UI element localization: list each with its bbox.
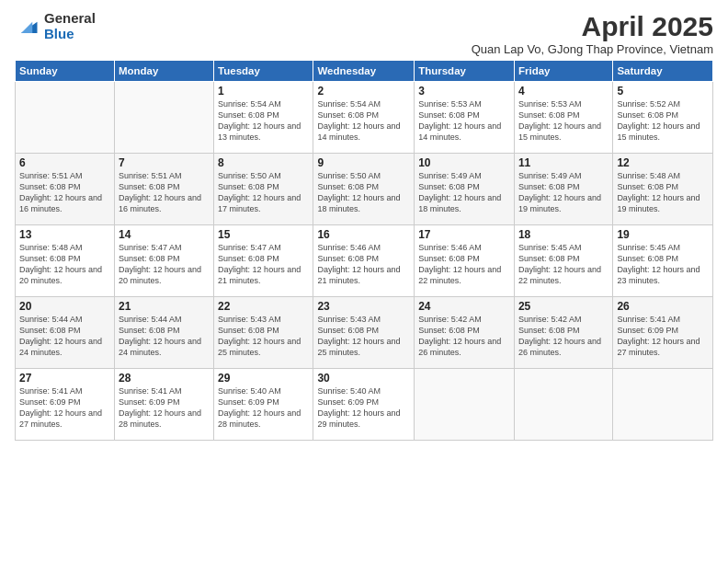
calendar-cell: 19Sunrise: 5:45 AM Sunset: 6:08 PM Dayli… — [613, 225, 713, 297]
day-number: 7 — [119, 156, 210, 169]
calendar-cell: 25Sunrise: 5:42 AM Sunset: 6:08 PM Dayli… — [514, 297, 612, 369]
day-info: Sunrise: 5:50 AM Sunset: 6:08 PM Dayligh… — [218, 170, 309, 215]
calendar-cell: 23Sunrise: 5:43 AM Sunset: 6:08 PM Dayli… — [313, 297, 415, 369]
day-info: Sunrise: 5:45 AM Sunset: 6:08 PM Dayligh… — [617, 242, 709, 287]
calendar-cell: 4Sunrise: 5:53 AM Sunset: 6:08 PM Daylig… — [514, 82, 612, 154]
subtitle: Quan Lap Vo, GJong Thap Province, Vietna… — [472, 42, 713, 56]
svg-marker-1 — [21, 21, 32, 32]
day-info: Sunrise: 5:54 AM Sunset: 6:08 PM Dayligh… — [317, 98, 410, 144]
day-number: 23 — [317, 300, 410, 313]
calendar-week-5: 27Sunrise: 5:41 AM Sunset: 6:09 PM Dayli… — [16, 369, 713, 441]
logo-blue: Blue — [44, 27, 96, 42]
calendar-cell: 20Sunrise: 5:44 AM Sunset: 6:08 PM Dayli… — [16, 297, 115, 369]
calendar-cell: 13Sunrise: 5:48 AM Sunset: 6:08 PM Dayli… — [16, 225, 115, 297]
day-number: 13 — [19, 228, 110, 241]
day-number: 16 — [317, 228, 410, 241]
calendar-week-3: 13Sunrise: 5:48 AM Sunset: 6:08 PM Dayli… — [16, 225, 713, 297]
main-title: April 2025 — [472, 11, 713, 42]
day-info: Sunrise: 5:47 AM Sunset: 6:08 PM Dayligh… — [119, 242, 210, 287]
day-info: Sunrise: 5:42 AM Sunset: 6:08 PM Dayligh… — [418, 314, 510, 359]
day-number: 26 — [617, 300, 709, 313]
calendar-week-1: 1Sunrise: 5:54 AM Sunset: 6:08 PM Daylig… — [16, 82, 713, 154]
day-number: 24 — [418, 300, 510, 313]
day-number: 8 — [218, 156, 309, 169]
day-number: 1 — [218, 85, 309, 98]
header-row: Sunday Monday Tuesday Wednesday Thursday… — [16, 61, 713, 82]
calendar-cell: 18Sunrise: 5:45 AM Sunset: 6:08 PM Dayli… — [514, 225, 612, 297]
day-number: 28 — [119, 372, 210, 385]
logo-text: General Blue — [44, 11, 96, 41]
calendar-cell: 14Sunrise: 5:47 AM Sunset: 6:08 PM Dayli… — [114, 225, 213, 297]
day-info: Sunrise: 5:47 AM Sunset: 6:08 PM Dayligh… — [218, 242, 309, 287]
day-info: Sunrise: 5:51 AM Sunset: 6:08 PM Dayligh… — [19, 170, 110, 215]
day-number: 15 — [218, 228, 309, 241]
calendar-cell: 15Sunrise: 5:47 AM Sunset: 6:08 PM Dayli… — [214, 225, 313, 297]
day-number: 19 — [617, 228, 709, 241]
day-info: Sunrise: 5:53 AM Sunset: 6:08 PM Dayligh… — [418, 98, 510, 144]
calendar-body: 1Sunrise: 5:54 AM Sunset: 6:08 PM Daylig… — [16, 82, 713, 441]
header: General Blue April 2025 Quan Lap Vo, GJo… — [15, 11, 713, 56]
col-monday: Monday — [114, 61, 213, 82]
calendar-cell — [613, 369, 713, 441]
calendar-week-2: 6Sunrise: 5:51 AM Sunset: 6:08 PM Daylig… — [16, 154, 713, 225]
day-info: Sunrise: 5:44 AM Sunset: 6:08 PM Dayligh… — [19, 314, 110, 359]
calendar-cell: 22Sunrise: 5:43 AM Sunset: 6:08 PM Dayli… — [214, 297, 313, 369]
calendar-cell: 7Sunrise: 5:51 AM Sunset: 6:08 PM Daylig… — [114, 154, 213, 225]
calendar-header: Sunday Monday Tuesday Wednesday Thursday… — [16, 61, 713, 82]
day-info: Sunrise: 5:51 AM Sunset: 6:08 PM Dayligh… — [119, 170, 210, 215]
calendar-cell: 10Sunrise: 5:49 AM Sunset: 6:08 PM Dayli… — [415, 154, 515, 225]
calendar-cell: 27Sunrise: 5:41 AM Sunset: 6:09 PM Dayli… — [16, 369, 115, 441]
calendar-cell: 28Sunrise: 5:41 AM Sunset: 6:09 PM Dayli… — [114, 369, 213, 441]
day-info: Sunrise: 5:41 AM Sunset: 6:09 PM Dayligh… — [19, 385, 110, 431]
calendar-cell: 6Sunrise: 5:51 AM Sunset: 6:08 PM Daylig… — [16, 154, 115, 225]
day-info: Sunrise: 5:40 AM Sunset: 6:09 PM Dayligh… — [218, 385, 309, 431]
day-number: 18 — [518, 228, 609, 241]
calendar-cell — [16, 82, 115, 154]
col-wednesday: Wednesday — [313, 61, 415, 82]
day-info: Sunrise: 5:42 AM Sunset: 6:08 PM Dayligh… — [518, 314, 609, 359]
day-number: 2 — [317, 85, 410, 98]
day-number: 6 — [19, 156, 110, 169]
day-info: Sunrise: 5:52 AM Sunset: 6:08 PM Dayligh… — [617, 98, 709, 144]
calendar-cell: 30Sunrise: 5:40 AM Sunset: 6:09 PM Dayli… — [313, 369, 415, 441]
day-info: Sunrise: 5:53 AM Sunset: 6:08 PM Dayligh… — [518, 98, 609, 144]
day-info: Sunrise: 5:40 AM Sunset: 6:09 PM Dayligh… — [317, 385, 410, 431]
day-info: Sunrise: 5:46 AM Sunset: 6:08 PM Dayligh… — [418, 242, 510, 287]
calendar-week-4: 20Sunrise: 5:44 AM Sunset: 6:08 PM Dayli… — [16, 297, 713, 369]
day-number: 29 — [218, 372, 309, 385]
day-info: Sunrise: 5:43 AM Sunset: 6:08 PM Dayligh… — [218, 314, 309, 359]
col-sunday: Sunday — [16, 61, 115, 82]
calendar-cell: 21Sunrise: 5:44 AM Sunset: 6:08 PM Dayli… — [114, 297, 213, 369]
calendar-cell: 26Sunrise: 5:41 AM Sunset: 6:09 PM Dayli… — [613, 297, 713, 369]
calendar-cell: 9Sunrise: 5:50 AM Sunset: 6:08 PM Daylig… — [313, 154, 415, 225]
day-info: Sunrise: 5:50 AM Sunset: 6:08 PM Dayligh… — [317, 170, 410, 215]
calendar-cell: 8Sunrise: 5:50 AM Sunset: 6:08 PM Daylig… — [214, 154, 313, 225]
day-info: Sunrise: 5:49 AM Sunset: 6:08 PM Dayligh… — [518, 170, 609, 215]
day-number: 22 — [218, 300, 309, 313]
calendar-cell — [114, 82, 213, 154]
day-number: 12 — [617, 156, 709, 169]
day-number: 17 — [418, 228, 510, 241]
calendar-cell — [514, 369, 612, 441]
day-number: 4 — [518, 85, 609, 98]
calendar-cell: 3Sunrise: 5:53 AM Sunset: 6:08 PM Daylig… — [415, 82, 515, 154]
col-friday: Friday — [514, 61, 612, 82]
day-info: Sunrise: 5:44 AM Sunset: 6:08 PM Dayligh… — [119, 314, 210, 359]
calendar-table: Sunday Monday Tuesday Wednesday Thursday… — [15, 60, 713, 441]
day-number: 11 — [518, 156, 609, 169]
calendar-cell: 5Sunrise: 5:52 AM Sunset: 6:08 PM Daylig… — [613, 82, 713, 154]
col-saturday: Saturday — [613, 61, 713, 82]
day-info: Sunrise: 5:49 AM Sunset: 6:08 PM Dayligh… — [418, 170, 510, 215]
day-number: 10 — [418, 156, 510, 169]
day-info: Sunrise: 5:41 AM Sunset: 6:09 PM Dayligh… — [119, 385, 210, 431]
calendar-cell: 12Sunrise: 5:48 AM Sunset: 6:08 PM Dayli… — [613, 154, 713, 225]
day-number: 5 — [617, 85, 709, 98]
title-block: April 2025 Quan Lap Vo, GJong Thap Provi… — [472, 11, 713, 56]
logo: General Blue — [15, 11, 96, 41]
logo-general: General — [44, 11, 96, 27]
calendar-cell: 17Sunrise: 5:46 AM Sunset: 6:08 PM Dayli… — [415, 225, 515, 297]
col-thursday: Thursday — [415, 61, 515, 82]
day-info: Sunrise: 5:41 AM Sunset: 6:09 PM Dayligh… — [617, 314, 709, 359]
calendar-cell: 2Sunrise: 5:54 AM Sunset: 6:08 PM Daylig… — [313, 82, 415, 154]
calendar-cell: 29Sunrise: 5:40 AM Sunset: 6:09 PM Dayli… — [214, 369, 313, 441]
